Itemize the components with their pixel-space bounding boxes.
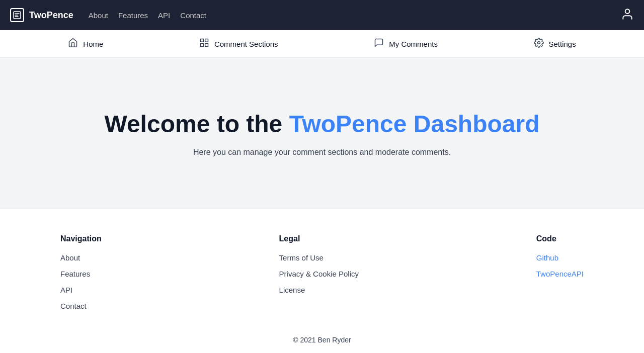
- list-item: Terms of Use: [279, 253, 359, 262]
- top-nav: TwoPence About Features API Contact: [0, 0, 644, 30]
- footer-legal-list: Terms of Use Privacy & Cookie Policy Lic…: [279, 253, 359, 295]
- footer-features-link[interactable]: Features: [60, 270, 90, 278]
- brand-icon: [10, 8, 24, 22]
- svg-rect-4: [200, 43, 203, 46]
- svg-point-6: [537, 41, 540, 44]
- top-nav-links: About Features API Contact: [89, 11, 206, 20]
- svg-rect-5: [205, 43, 208, 46]
- footer-legal-heading: Legal: [279, 234, 359, 243]
- nav-comment-sections[interactable]: Comment Sections: [199, 38, 278, 50]
- svg-rect-3: [205, 39, 208, 42]
- nav-comment-sections-label: Comment Sections: [214, 40, 278, 48]
- copyright-text: © 2021 Ben Ryder: [293, 336, 351, 344]
- footer-column-code: Code Github TwoPenceAPI: [536, 234, 584, 311]
- second-nav: Home Comment Sections My Comments: [0, 30, 644, 58]
- hero-heading: Welcome to the TwoPence Dashboard: [104, 110, 539, 138]
- list-item: Github: [536, 253, 584, 262]
- footer: Navigation About Features API Contact Le…: [0, 209, 644, 353]
- footer-contact-link[interactable]: Contact: [60, 302, 87, 310]
- footer-column-navigation: Navigation About Features API Contact: [60, 234, 102, 311]
- footer-terms-link[interactable]: Terms of Use: [279, 253, 324, 262]
- footer-code-list: Github TwoPenceAPI: [536, 253, 584, 279]
- footer-nav-list: About Features API Contact: [60, 253, 102, 311]
- user-icon[interactable]: [621, 8, 634, 23]
- hero-heading-brand: TwoPence Dashboard: [289, 111, 540, 137]
- footer-privacy-link[interactable]: Privacy & Cookie Policy: [279, 270, 359, 278]
- footer-github-link[interactable]: Github: [536, 253, 558, 262]
- settings-icon: [534, 38, 544, 50]
- list-item: About: [60, 253, 102, 262]
- list-item: Privacy & Cookie Policy: [279, 270, 359, 279]
- svg-point-1: [625, 9, 630, 14]
- my-comments-icon: [374, 38, 384, 50]
- nav-api[interactable]: API: [158, 11, 170, 20]
- brand-logo[interactable]: TwoPence: [10, 8, 73, 22]
- footer-columns: Navigation About Features API Contact Le…: [60, 234, 584, 311]
- list-item: Contact: [60, 302, 102, 311]
- footer-column-legal: Legal Terms of Use Privacy & Cookie Poli…: [279, 234, 359, 311]
- footer-api-link[interactable]: API: [60, 286, 72, 294]
- nav-features[interactable]: Features: [118, 11, 148, 20]
- nav-my-comments-label: My Comments: [389, 40, 438, 48]
- footer-bottom: © 2021 Ben Ryder: [60, 336, 584, 344]
- nav-contact[interactable]: Contact: [180, 11, 206, 20]
- hero-section: Welcome to the TwoPence Dashboard Here y…: [0, 58, 644, 209]
- nav-settings[interactable]: Settings: [534, 38, 576, 50]
- footer-twopenceapi-link[interactable]: TwoPenceAPI: [536, 270, 584, 278]
- footer-license-link[interactable]: License: [279, 286, 305, 294]
- list-item: TwoPenceAPI: [536, 270, 584, 279]
- footer-code-heading: Code: [536, 234, 584, 243]
- nav-home[interactable]: Home: [68, 38, 103, 50]
- hero-heading-start: Welcome to the: [104, 111, 289, 137]
- svg-rect-2: [200, 39, 203, 42]
- brand-name: TwoPence: [29, 10, 73, 21]
- second-nav-items: Home Comment Sections My Comments: [20, 38, 624, 50]
- list-item: License: [279, 286, 359, 295]
- list-item: API: [60, 286, 102, 295]
- comment-sections-icon: [199, 38, 209, 50]
- home-icon: [68, 38, 78, 50]
- footer-nav-heading: Navigation: [60, 234, 102, 243]
- footer-about-link[interactable]: About: [60, 253, 80, 262]
- nav-settings-label: Settings: [549, 40, 576, 48]
- nav-my-comments[interactable]: My Comments: [374, 38, 438, 50]
- list-item: Features: [60, 270, 102, 279]
- nav-about[interactable]: About: [89, 11, 108, 20]
- top-nav-left: TwoPence About Features API Contact: [10, 8, 206, 22]
- hero-subtitle: Here you can manage your comment section…: [193, 148, 451, 157]
- nav-home-label: Home: [83, 40, 103, 48]
